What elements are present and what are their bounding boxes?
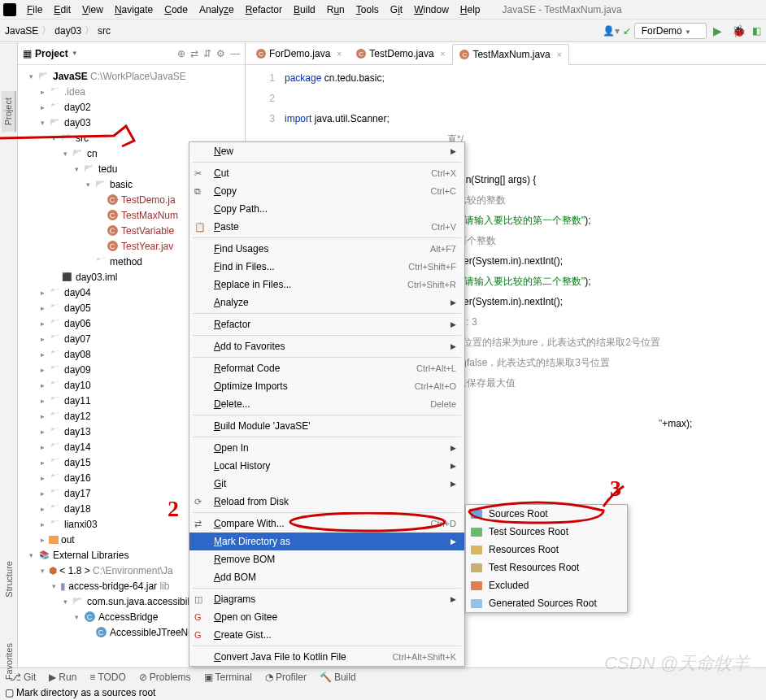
menu-file[interactable]: File [21, 2, 48, 18]
menu-edit[interactable]: Edit [48, 2, 76, 18]
ctx-local-history[interactable]: Local History▶ [189, 457, 464, 475]
bottom-run[interactable]: ▶ Run [44, 670, 81, 685]
bottom-todo[interactable]: ≡ TODO [85, 670, 130, 685]
close-icon[interactable]: × [557, 50, 562, 59]
tab-testmaxnum[interactable]: CTestMaxNum.java× [452, 44, 568, 65]
mark-directory-submenu: Sources RootTest Sources RootResources R… [465, 504, 628, 613]
ctx-reload-from-disk[interactable]: ⟳Reload from Disk [189, 493, 464, 511]
side-tab-project[interactable]: Project [2, 91, 16, 132]
side-tab-structure[interactable]: Structure [2, 554, 15, 604]
status-icon: ▢ [5, 687, 14, 698]
project-panel-title: Project [35, 48, 68, 59]
ctx-convert-java-file-to-kotlin-file[interactable]: Convert Java File to Kotlin FileCtrl+Alt… [189, 648, 464, 666]
ctx-new[interactable]: New▶ [189, 142, 464, 160]
run-config-select[interactable]: ForDemo ▼ [634, 23, 707, 39]
hide-icon[interactable]: — [230, 48, 240, 59]
bottom-build[interactable]: 🔨 Build [315, 670, 361, 685]
ctx-diagrams[interactable]: ◫Diagrams▶ [189, 590, 464, 608]
ctx-mark-directory-as[interactable]: Mark Directory as▶ [189, 533, 464, 550]
breadcrumb-0[interactable]: JavaSE [5, 25, 38, 37]
ctx-replace-in-files-[interactable]: Replace in Files...Ctrl+Shift+R [189, 276, 464, 293]
menu-window[interactable]: Window [408, 2, 455, 18]
ctx-find-in-files-[interactable]: Find in Files...Ctrl+Shift+F [189, 258, 464, 276]
ctx-optimize-imports[interactable]: Optimize ImportsCtrl+Alt+O [189, 377, 464, 395]
chevron-down-icon: ▼ [685, 28, 691, 36]
java-icon: C [256, 49, 266, 59]
submenu-sources-root[interactable]: Sources Root [466, 505, 627, 523]
user-icon[interactable]: 👤▾ [603, 25, 620, 37]
sync-icon[interactable]: ↙ [623, 25, 631, 37]
close-icon[interactable]: × [337, 50, 342, 59]
ctx-cut[interactable]: ✂CutCtrl+X [189, 164, 464, 182]
menubar: File Edit View Navigate Code Analyze Ref… [0, 0, 766, 20]
ctx-find-usages[interactable]: Find UsagesAlt+F7 [189, 240, 464, 258]
menu-run[interactable]: Run [321, 2, 350, 18]
tree-item[interactable]: ▾day03 [18, 115, 245, 130]
bottom-profiler[interactable]: ◔ Profiler [260, 670, 311, 685]
tab-testdemo[interactable]: CTestDemo.java× [349, 43, 452, 64]
submenu-generated-sources-root[interactable]: Generated Sources Root [466, 594, 627, 612]
ctx-open-in[interactable]: Open In▶ [189, 439, 464, 457]
status-text: Mark directory as a sources root [16, 687, 155, 698]
bottom-toolbar: ⎇ Git ▶ Run ≡ TODO ⊘ Problems ▣ Terminal… [0, 667, 766, 685]
ctx-git[interactable]: Git▶ [189, 475, 464, 493]
editor-tabs: CForDemo.java× CTestDemo.java× CTestMaxN… [246, 42, 766, 65]
ctx-open-on-gitee[interactable]: GOpen on Gitee [189, 608, 464, 626]
window-title: JavaSE - TestMaxNum.java [503, 4, 622, 15]
expand-icon[interactable]: ⇵ [203, 48, 211, 59]
tree-item[interactable]: ▸.idea [18, 84, 245, 99]
run-with-coverage[interactable]: ◧ [752, 25, 761, 37]
ctx-analyze[interactable]: Analyze▶ [189, 293, 464, 311]
ctx-delete-[interactable]: Delete...Delete [189, 395, 464, 413]
java-icon: C [356, 49, 366, 59]
ctx-remove-bom[interactable]: Remove BOM [189, 550, 464, 568]
bottom-problems[interactable]: ⊘ Problems [134, 670, 196, 685]
breadcrumb-sep: 〉 [41, 24, 51, 37]
close-icon[interactable]: × [441, 50, 446, 59]
bottom-terminal[interactable]: ▣ Terminal [199, 670, 257, 685]
status-bar: ▢ Mark directory as a sources root [0, 685, 766, 700]
java-icon: C [459, 50, 469, 59]
target-icon[interactable]: ⊕ [177, 48, 185, 59]
menu-code[interactable]: Code [159, 2, 194, 18]
ctx-copy-path-[interactable]: Copy Path... [189, 200, 464, 218]
menu-analyze[interactable]: Analyze [194, 2, 240, 18]
ctx-copy[interactable]: ⧉CopyCtrl+C [189, 182, 464, 200]
ctx-build-module-javase-[interactable]: Build Module 'JavaSE' [189, 417, 464, 435]
ctx-create-gist-[interactable]: GCreate Gist... [189, 626, 464, 644]
chevron-down-icon[interactable]: ▼ [72, 50, 78, 57]
context-menu: New▶✂CutCtrl+X⧉CopyCtrl+CCopy Path...📋Pa… [189, 141, 465, 667]
ctx-paste[interactable]: 📋PasteCtrl+V [189, 218, 464, 236]
run-button[interactable]: ▶ [710, 24, 725, 37]
menu-tools[interactable]: Tools [350, 2, 385, 18]
tree-root[interactable]: ▾JavaSE C:\WorkPlace\JavaSE [18, 68, 245, 84]
ctx-add-to-favorites[interactable]: Add to Favorites▶ [189, 337, 464, 355]
project-icon: ▦ [23, 48, 32, 59]
ctx-compare-with-[interactable]: ⇄Compare With...Ctrl+D [189, 515, 464, 533]
tab-fordemo[interactable]: CForDemo.java× [249, 43, 349, 64]
menu-view[interactable]: View [76, 2, 109, 18]
menu-help[interactable]: Help [455, 2, 486, 18]
ctx-reformat-code[interactable]: Reformat CodeCtrl+Alt+L [189, 359, 464, 377]
side-tab-favorites[interactable]: Favorites [2, 637, 15, 686]
left-tool-gutter: Project Structure Favorites [0, 42, 18, 667]
breadcrumb-1[interactable]: day03 [54, 25, 81, 37]
tree-item[interactable]: ▸day02 [18, 99, 245, 115]
gear-icon[interactable]: ⚙ [216, 48, 225, 59]
submenu-test-resources-root[interactable]: Test Resources Root [466, 559, 627, 576]
debug-button[interactable]: 🐞 [729, 24, 749, 37]
submenu-excluded[interactable]: Excluded [466, 576, 627, 594]
breadcrumb-2[interactable]: src [98, 25, 111, 37]
project-panel-header: ▦ Project ▼ ⊕ ⇄ ⇵ ⚙ — [18, 42, 245, 65]
menu-build[interactable]: Build [288, 2, 321, 18]
submenu-resources-root[interactable]: Resources Root [466, 541, 627, 559]
submenu-test-sources-root[interactable]: Test Sources Root [466, 523, 627, 541]
menu-navigate[interactable]: Navigate [109, 2, 159, 18]
ctx-add-bom[interactable]: Add BOM [189, 568, 464, 586]
collapse-icon[interactable]: ⇄ [190, 48, 198, 59]
menu-refactor[interactable]: Refactor [240, 2, 288, 18]
app-icon [3, 3, 16, 16]
menu-git[interactable]: Git [385, 2, 408, 18]
run-config-label: ForDemo [642, 25, 682, 37]
ctx-refactor[interactable]: Refactor▶ [189, 315, 464, 333]
